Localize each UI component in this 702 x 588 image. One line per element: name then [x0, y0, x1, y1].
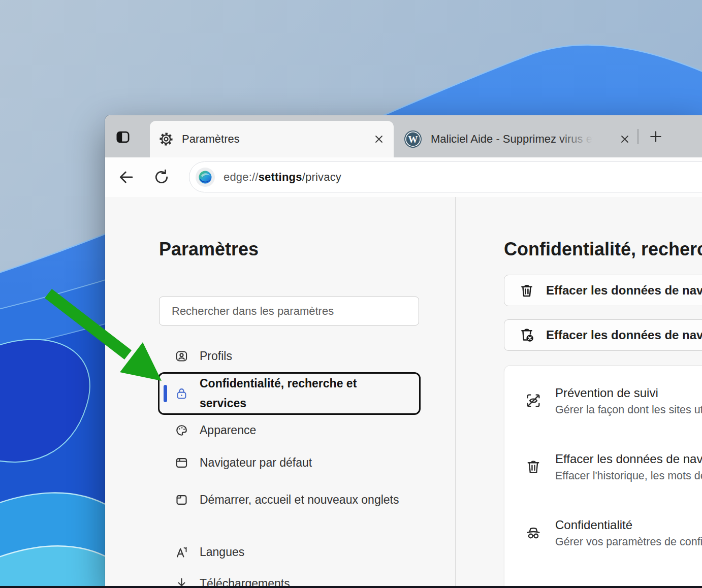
- new-tab-button[interactable]: [645, 125, 667, 148]
- url-path: /privacy: [302, 171, 341, 183]
- settings-sidebar: Paramètres Profils: [105, 197, 455, 588]
- browser-window: Paramètres W Maliciel Aide - Supprimez v…: [105, 115, 702, 588]
- browser-toolbar: edge://settings/privacy: [105, 157, 702, 197]
- sidebar-item-apparence[interactable]: Apparence: [175, 419, 256, 441]
- profiles-icon: [175, 349, 188, 363]
- tab-close-button[interactable]: [371, 132, 387, 147]
- tab-strip: Paramètres W Maliciel Aide - Supprimez v…: [105, 115, 702, 157]
- gear-icon: [159, 132, 173, 146]
- trash-x-icon: [519, 327, 535, 343]
- selection-accent-bar: [164, 385, 167, 402]
- wordpress-icon: W: [404, 130, 422, 148]
- tab-actions-icon: [116, 130, 130, 144]
- sidebar-item-profils[interactable]: Profils: [175, 345, 232, 367]
- list-item-prevention-de-suivi[interactable]: Prévention de suivi Gérer la façon dont …: [525, 386, 702, 416]
- tab-parametres[interactable]: Paramètres: [150, 121, 394, 157]
- search-input[interactable]: [159, 297, 419, 325]
- close-icon: [374, 135, 384, 144]
- trash-icon: [525, 458, 542, 475]
- clear-browsing-data-on-close-button[interactable]: Effacer les données de navigation: [504, 319, 702, 351]
- tab-title: Paramètres: [182, 133, 240, 146]
- sidebar-item-navigateur-par-defaut[interactable]: Navigateur par défaut: [175, 452, 312, 473]
- privacy-settings-card: Prévention de suivi Gérer la façon dont …: [504, 365, 702, 588]
- clear-browsing-data-button[interactable]: Effacer les données de navigation: [504, 275, 702, 306]
- refresh-button[interactable]: [152, 168, 171, 187]
- settings-page: Paramètres Profils: [105, 197, 702, 588]
- tracking-prevention-icon: [525, 392, 542, 409]
- list-item-effacer-donnees[interactable]: Effacer les données de navigation Efface…: [525, 452, 702, 482]
- close-icon: [620, 135, 629, 144]
- languages-icon: [175, 545, 188, 559]
- incognito-icon: [525, 524, 542, 541]
- palette-icon: [175, 423, 188, 437]
- new-tab-page-icon: [175, 493, 188, 507]
- sidebar-item-confidentialite-selected[interactable]: Confidentialité, recherche et services: [158, 372, 421, 415]
- lock-icon: [175, 387, 188, 401]
- back-button[interactable]: [116, 168, 136, 187]
- url-scheme: edge://: [224, 171, 259, 183]
- tab-actions-menu-button[interactable]: [113, 127, 133, 147]
- sidebar-item-langues[interactable]: Langues: [175, 541, 244, 563]
- settings-panel: Confidentialité, recherche et services E…: [456, 197, 702, 588]
- tab-separator: [637, 129, 639, 144]
- site-icon-badge: [196, 168, 215, 187]
- plus-icon: [649, 130, 662, 143]
- panel-heading: Confidentialité, recherche et services: [504, 239, 702, 260]
- screenshot-bottom-edge: [0, 586, 702, 588]
- settings-search: [159, 297, 419, 325]
- tab-close-button[interactable]: [617, 132, 632, 147]
- refresh-icon: [153, 169, 170, 185]
- browser-window-icon: [175, 456, 188, 470]
- url-text: edge://settings/privacy: [224, 171, 341, 184]
- tab-maliciel-aide[interactable]: W Maliciel Aide - Supprimez virus et: [395, 121, 640, 157]
- back-arrow-icon: [118, 169, 134, 185]
- edge-logo: [199, 171, 212, 184]
- trash-icon: [519, 282, 535, 299]
- tab-title: Maliciel Aide - Supprimez virus et: [431, 133, 593, 145]
- page-title: Paramètres: [159, 239, 259, 260]
- sidebar-item-demarrer[interactable]: Démarrer, accueil et nouveaux onglets: [175, 478, 399, 521]
- svg-text:W: W: [408, 134, 418, 145]
- address-bar[interactable]: edge://settings/privacy: [189, 161, 702, 192]
- url-host: settings: [259, 171, 302, 183]
- list-item-confidentialite[interactable]: Confidentialité Gérer vos paramètres de …: [525, 518, 702, 548]
